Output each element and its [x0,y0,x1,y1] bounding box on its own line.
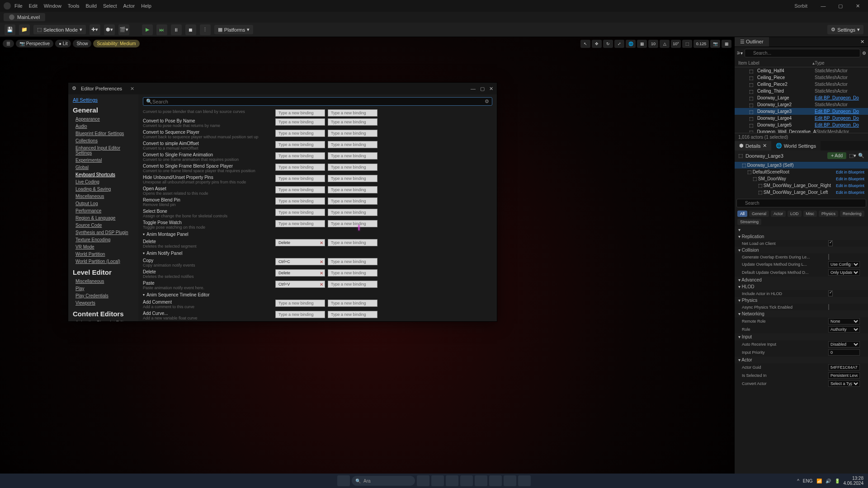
prefs-tab-close[interactable]: ✕ [130,86,134,92]
binding-input[interactable]: Delete✕ [275,269,325,277]
taskbar-app-1[interactable] [417,475,429,486]
binding-input[interactable]: Type a new binding [275,197,325,205]
tray-clock[interactable]: 13:284.06.2024 [844,476,864,486]
property-select[interactable]: Authority [828,326,860,333]
outliner-row[interactable]: ⬚Ceiling_Piece2StaticMeshActor [735,81,868,88]
sidebar-item[interactable]: Loading & Saving [73,186,134,192]
sidebar-item[interactable]: Miscellaneous [73,193,134,200]
outliner-row[interactable]: ⬚Ceiling_Half4StaticMeshActor [735,67,868,74]
binding-input-2[interactable]: Type a new binding [328,281,377,288]
outliner-row[interactable]: ⬚Doorway_Large4Edit BP_Dungeon_Do [735,115,868,122]
world-settings-tab[interactable]: 🌐 World Settings [771,141,821,150]
shortcut-section[interactable]: Anim Sequence Timeline Editor [143,291,492,299]
taskbar-app-5[interactable] [475,475,487,486]
tray-battery-icon[interactable]: 🔋 [835,479,840,483]
scale-snap-icon[interactable]: ⬚ [682,40,692,48]
binding-input[interactable]: Type a new binding [275,141,325,148]
binding-input-2[interactable]: Type a new binding [328,118,377,126]
world-local-toggle[interactable]: 🌐 [626,40,636,48]
taskbar-search[interactable]: 🔍 Ara [352,476,415,486]
binding-input-2[interactable]: Type a new binding [328,152,377,160]
checkbox[interactable] [828,291,833,296]
binding-input[interactable]: Type a new binding [275,152,325,160]
details-search-input[interactable] [736,199,866,207]
viewport-menu-button[interactable]: ☰ [3,40,14,47]
all-settings-link[interactable]: All Settings [73,97,134,103]
property-select[interactable]: None [828,318,860,324]
component-tree[interactable]: ⬚ Doorway_Large3 (Self)⬚ DefaultSceneRoo… [735,161,868,197]
outliner-search-input[interactable] [745,49,860,57]
binding-input-2[interactable]: Type a new binding [328,130,377,137]
property-select[interactable]: Disabled [828,341,860,347]
property-group[interactable]: ▾ Networking [735,310,868,317]
sidebar-item[interactable]: Audio [73,123,134,130]
category-misc[interactable]: Misc [803,211,817,217]
viewport-layout-icon[interactable]: ▦ [722,40,731,48]
binding-input[interactable]: Type a new binding [275,300,325,307]
column-item-label[interactable]: Item Label [738,61,812,66]
outliner-row[interactable]: ⬚Doorway_Large2StaticMeshActor [735,101,868,108]
column-type[interactable]: Type [815,61,864,66]
component-row[interactable]: ⬚ SM_DoorWay_Large_Door_LeftEdit in Blue… [735,189,868,196]
category-general[interactable]: General [749,211,769,217]
settings-button[interactable]: ⚙ Settings ▾ [827,25,863,34]
taskbar-app-6[interactable] [489,475,502,486]
binding-input-2[interactable]: Type a new binding [328,109,377,117]
sidebar-item[interactable]: World Partition [73,251,134,258]
binding-input[interactable]: Ctrl+V✕ [275,281,325,288]
prefs-search-input[interactable] [152,99,485,104]
property-group[interactable]: ▾ [735,226,868,233]
outliner-list[interactable]: ⬚Ceiling_Half4StaticMeshActor⬚Ceiling_Pi… [735,67,868,133]
menu-tools[interactable]: Tools [68,3,80,9]
property-input[interactable] [828,349,860,356]
scalability-button[interactable]: Scalability: Medium [93,40,139,47]
binding-input-2[interactable]: Type a new binding [328,209,377,216]
category-rendering[interactable]: Rendering [840,211,864,217]
outliner-row[interactable]: ⬚Ceiling_ThirdStaticMeshActor [735,88,868,94]
skip-button[interactable]: ⏭ [156,24,167,35]
outliner-tab[interactable]: ☰ Outliner [735,37,769,47]
binding-input[interactable]: Ctrl+C✕ [275,258,325,265]
property-group[interactable]: ▾ Actor [735,357,868,363]
shortcut-section[interactable]: Anim Montage Panel [143,230,492,238]
prefs-close-button[interactable]: ✕ [489,86,493,92]
binding-input-2[interactable]: Type a new binding [328,175,377,182]
select-tool-icon[interactable]: ↖ [580,40,590,48]
sidebar-item[interactable]: Source Code [73,222,134,229]
clear-binding-icon[interactable]: ✕ [320,271,323,276]
category-streaming[interactable]: Streaming [737,219,761,225]
prefs-sidebar[interactable]: All Settings GeneralAppearanceAudioBluep… [68,94,138,321]
outliner-close-button[interactable]: ✕ [857,37,868,47]
sidebar-item[interactable]: Viewports [73,300,134,306]
property-group[interactable]: ▾ HLOD [735,283,868,290]
taskbar-app-2[interactable] [431,475,444,486]
binding-input-2[interactable]: Type a new binding [328,300,377,307]
property-group[interactable]: ▾ Advanced [735,277,868,283]
shortcut-section[interactable]: Anim Notify Panel [143,249,492,257]
add-content-button[interactable]: ✚▾ [90,24,100,35]
property-group[interactable]: ▾ Input [735,333,868,340]
sidebar-item[interactable]: Synthesis and DSP Plugin [73,229,134,236]
taskbar-app-8[interactable] [518,475,531,486]
binding-input[interactable]: Delete✕ [275,239,325,246]
property-select[interactable]: Use Config Default [828,261,860,267]
blueprint-button[interactable]: ⬢▾ [104,24,115,35]
binding-input-2[interactable]: Type a new binding [328,269,377,277]
checkbox[interactable] [828,304,829,310]
angle-snap-icon[interactable]: △ [660,40,670,48]
binding-input[interactable]: Type a new binding [275,130,325,137]
sidebar-item[interactable]: Animation Blueprint Editor [73,319,134,321]
content-button[interactable]: 📁 [19,24,30,35]
outliner-row[interactable]: ⬚Doorway_Large3Edit BP_Dungeon_Do [735,108,868,115]
sidebar-item[interactable]: Collections [73,137,134,144]
prefs-settings-icon[interactable]: ⚙ [485,99,489,104]
binding-input-2[interactable]: Type a new binding [328,186,377,193]
sidebar-item[interactable]: Live Coding [73,178,134,185]
sidebar-item[interactable]: Play [73,285,134,292]
tray-lang[interactable]: ENG [803,479,813,483]
component-row[interactable]: ⬚ SM_DoorWayEdit in Blueprint [735,175,868,182]
sidebar-item[interactable]: Output Log [73,200,134,207]
minimize-button[interactable]: — [816,3,830,9]
binding-input-2[interactable]: Type a new binding [328,164,377,171]
category-lod[interactable]: LOD [788,211,802,217]
